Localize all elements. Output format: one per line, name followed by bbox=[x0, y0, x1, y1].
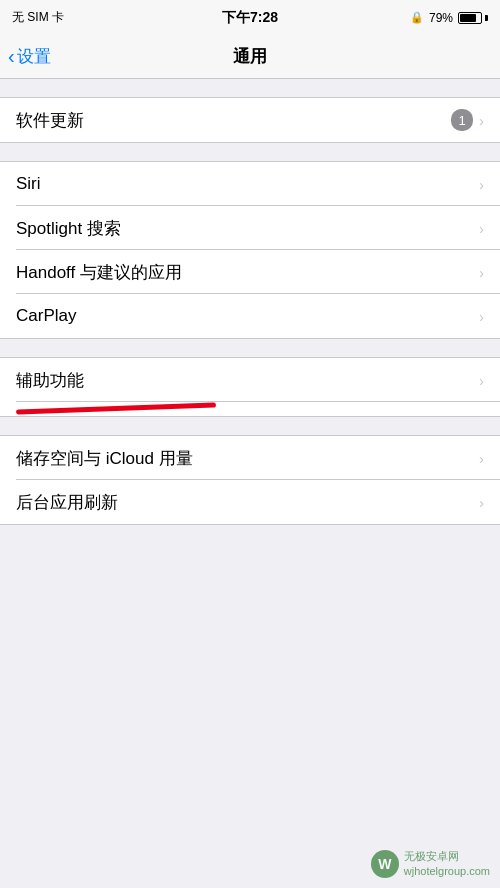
item-right: › bbox=[479, 176, 484, 193]
list-item-siri[interactable]: Siri › bbox=[0, 162, 500, 206]
background-refresh-label: 后台应用刷新 bbox=[16, 491, 118, 514]
accessibility-label: 辅助功能 bbox=[16, 369, 84, 392]
item-right: › bbox=[479, 220, 484, 237]
section-apps: Siri › Spotlight 搜索 › Handoff 与建议的应用 › C… bbox=[0, 161, 500, 339]
back-button[interactable]: ‹ 设置 bbox=[8, 45, 51, 68]
item-right: › bbox=[479, 372, 484, 389]
battery-icon bbox=[458, 12, 488, 24]
chevron-right-icon: › bbox=[479, 220, 484, 237]
section-gap-1 bbox=[0, 79, 500, 97]
chevron-right-icon: › bbox=[479, 176, 484, 193]
watermark-text: 无极安卓网 wjhotelgroup.com bbox=[404, 849, 490, 878]
back-label: 设置 bbox=[17, 45, 51, 68]
item-right: › bbox=[479, 450, 484, 467]
page-title: 通用 bbox=[233, 45, 267, 68]
storage-label: 储存空间与 iCloud 用量 bbox=[16, 447, 193, 470]
section-gap-4 bbox=[0, 417, 500, 435]
list-item-storage[interactable]: 储存空间与 iCloud 用量 › bbox=[0, 436, 500, 480]
watermark-logo: W bbox=[371, 850, 399, 878]
software-update-label: 软件更新 bbox=[16, 109, 84, 132]
list-item-handoff[interactable]: Handoff 与建议的应用 › bbox=[0, 250, 500, 294]
section-gap-2 bbox=[0, 143, 500, 161]
list-item-carplay[interactable]: CarPlay › bbox=[0, 294, 500, 338]
carrier-text: 无 SIM 卡 bbox=[12, 9, 64, 26]
watermark-line1: 无极安卓网 bbox=[404, 849, 490, 863]
lock-icon: 🔒 bbox=[410, 11, 424, 24]
item-left: 软件更新 bbox=[16, 109, 84, 132]
red-annotation-underline bbox=[16, 403, 216, 415]
chevron-right-icon: › bbox=[479, 308, 484, 325]
watermark: W 无极安卓网 wjhotelgroup.com bbox=[371, 849, 490, 878]
list-item-spotlight[interactable]: Spotlight 搜索 › bbox=[0, 206, 500, 250]
chevron-right-icon: › bbox=[479, 372, 484, 389]
section-software-update: 软件更新 1 › bbox=[0, 97, 500, 143]
item-right: › bbox=[479, 494, 484, 511]
status-bar: 无 SIM 卡 下午7:28 🔒 79% bbox=[0, 0, 500, 35]
status-right: 🔒 79% bbox=[410, 11, 488, 25]
list-item-background-refresh[interactable]: 后台应用刷新 › bbox=[0, 480, 500, 524]
section-gap-3 bbox=[0, 339, 500, 357]
chevron-right-icon: › bbox=[479, 450, 484, 467]
handoff-label: Handoff 与建议的应用 bbox=[16, 261, 182, 284]
list-item-software-update[interactable]: 软件更新 1 › bbox=[0, 98, 500, 142]
carplay-label: CarPlay bbox=[16, 306, 76, 326]
item-right: › bbox=[479, 264, 484, 281]
list-item-accessibility[interactable]: 辅助功能 › bbox=[0, 358, 500, 402]
section-storage: 储存空间与 iCloud 用量 › 后台应用刷新 › bbox=[0, 435, 500, 525]
nav-bar: ‹ 设置 通用 bbox=[0, 35, 500, 79]
watermark-line2: wjhotelgroup.com bbox=[404, 864, 490, 878]
item-right: › bbox=[479, 308, 484, 325]
spotlight-label: Spotlight 搜索 bbox=[16, 217, 121, 240]
battery-percent: 79% bbox=[429, 11, 453, 25]
update-badge: 1 bbox=[451, 109, 473, 131]
chevron-right-icon: › bbox=[479, 494, 484, 511]
section-accessibility: 辅助功能 › bbox=[0, 357, 500, 417]
siri-label: Siri bbox=[16, 174, 41, 194]
item-right: 1 › bbox=[451, 109, 484, 131]
back-chevron-icon: ‹ bbox=[8, 46, 15, 66]
content: 软件更新 1 › Siri › Spotlight 搜索 › Handoff 与… bbox=[0, 79, 500, 525]
chevron-right-icon: › bbox=[479, 264, 484, 281]
time-text: 下午7:28 bbox=[222, 9, 278, 27]
chevron-right-icon: › bbox=[479, 112, 484, 129]
